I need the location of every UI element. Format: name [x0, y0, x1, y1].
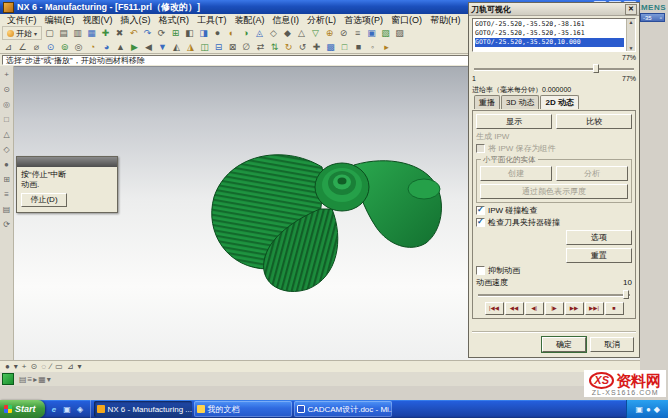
tab[interactable]: 2D 动态 — [540, 95, 578, 109]
toolbar-icon[interactable]: △ — [295, 27, 308, 39]
ok-button[interactable]: 确定 — [542, 337, 586, 352]
toolbar-icon[interactable]: ▶ — [128, 41, 141, 53]
toolbar-icon[interactable]: ▤ — [57, 27, 70, 39]
toolbar-icon[interactable]: ⊟ — [212, 41, 225, 53]
toolbar-icon[interactable]: ◆ — [281, 27, 294, 39]
animation-speed-slider[interactable] — [476, 290, 632, 299]
toolbar-icon[interactable]: ◫ — [198, 41, 211, 53]
panel-titlebar[interactable]: 刀轨可视化 ✕ — [469, 3, 639, 16]
toolbar-icon[interactable]: ⟳ — [155, 27, 168, 39]
goto-line[interactable]: GOTO/-25.520,-35.520,10.000 — [475, 38, 624, 47]
toolbar-icon[interactable]: ◀ — [142, 41, 155, 53]
toolbar-icon[interactable]: ▨ — [393, 27, 406, 39]
menu-item[interactable]: 格式(R) — [155, 14, 194, 27]
toolbar-icon[interactable]: ⊿ — [2, 41, 15, 53]
goto-line[interactable]: GOTO/-25.520,-35.520,-35.161 — [475, 29, 624, 38]
status-icon[interactable]: ▦ — [38, 375, 46, 384]
menu-item[interactable]: 插入(S) — [117, 14, 155, 27]
toolbar-icon[interactable]: ≡ — [351, 27, 364, 39]
status-icon[interactable]: ▾ — [47, 375, 51, 384]
snap-icon[interactable]: ◌ — [41, 362, 46, 371]
menu-item[interactable]: 文件(F) — [3, 14, 41, 27]
compare-button[interactable]: 比较 — [556, 114, 632, 129]
propeller-3d-model[interactable] — [204, 131, 454, 311]
dialog-titlebar[interactable] — [17, 157, 117, 167]
goto-list[interactable]: GOTO/-25.520,-35.520,-38.161GOTO/-25.520… — [473, 19, 626, 51]
snap-icon[interactable]: ▭ — [55, 362, 63, 371]
toolbar-icon[interactable]: ⇅ — [268, 41, 281, 53]
ipw-collision-checkbox[interactable] — [476, 206, 485, 215]
toolbar-icon[interactable]: ▼ — [156, 41, 169, 53]
toolbar-icon[interactable]: ⊕ — [323, 27, 336, 39]
left-toolbar-icon[interactable]: △ — [3, 131, 9, 139]
snap-icon[interactable]: ⊿ — [67, 362, 74, 371]
menu-item[interactable]: 信息(I) — [269, 14, 304, 27]
toolbar-icon[interactable]: ⊚ — [58, 41, 71, 53]
snap-icon[interactable]: ∕ — [50, 362, 51, 371]
menu-item[interactable]: 编辑(E) — [41, 14, 79, 27]
toolbar-icon[interactable]: ⊘ — [337, 27, 350, 39]
tray-icon[interactable]: ● — [646, 405, 651, 414]
playback-button[interactable]: ◀◀ — [505, 302, 524, 315]
tab[interactable]: 3D 动态 — [501, 95, 539, 109]
tray-icon[interactable]: ▣ — [635, 405, 643, 414]
toolpath-position-slider[interactable] — [472, 64, 636, 73]
analyze-button[interactable]: 分析 — [556, 166, 628, 181]
toolbar-icon[interactable]: ▧ — [379, 27, 392, 39]
list-scrollbar[interactable]: ▲ ▼ — [626, 19, 635, 51]
toolbar-icon[interactable]: ▥ — [71, 27, 84, 39]
thickness-by-color-button[interactable]: 通过颜色表示厚度 — [480, 184, 628, 199]
cancel-button[interactable]: 取消 — [590, 337, 634, 352]
toolbar-icon[interactable]: ◕ — [100, 41, 113, 53]
left-toolbar-icon[interactable]: ⊞ — [3, 176, 10, 184]
toolbar-icon[interactable]: ✚ — [310, 41, 323, 53]
toolbar-icon[interactable]: ✚ — [99, 27, 112, 39]
left-toolbar-icon[interactable]: ⊙ — [3, 86, 10, 94]
start-menu-button[interactable]: Start — [0, 400, 45, 418]
propeller-blade-right[interactable] — [354, 161, 441, 248]
green-cube-icon[interactable] — [2, 373, 14, 385]
toolbar-icon[interactable]: ⊙ — [44, 41, 57, 53]
playback-button[interactable]: |▶ — [545, 302, 564, 315]
toolbar-icon[interactable]: ↻ — [282, 41, 295, 53]
toolbar-icon[interactable]: ▽ — [309, 27, 322, 39]
quick-launch-icon[interactable]: ◈ — [75, 404, 86, 415]
options-button[interactable]: 选项 — [566, 230, 632, 245]
toolbar-icon[interactable]: ◭ — [170, 41, 183, 53]
toolbar-icon[interactable]: ⌀ — [30, 41, 43, 53]
toolbar-icon[interactable]: ■ — [352, 41, 365, 53]
taskbar-task-button[interactable]: CADCAM设计.doc - Mi... — [294, 401, 392, 417]
menu-item[interactable]: 帮助(H) — [426, 14, 465, 27]
toolbar-icon[interactable]: ⇄ — [254, 41, 267, 53]
menu-item[interactable]: 装配(A) — [231, 14, 269, 27]
snap-icon[interactable]: ● — [5, 362, 10, 371]
snap-icon[interactable]: ▾ — [14, 362, 18, 371]
save-ipw-checkbox[interactable] — [476, 144, 485, 153]
menu-item[interactable]: 视图(V) — [79, 14, 117, 27]
toolbar-icon[interactable]: ✖ — [113, 27, 126, 39]
toolbar-icon[interactable]: ∠ — [16, 41, 29, 53]
tab[interactable]: 重播 — [474, 95, 500, 109]
toolbar-icon[interactable]: ◑ — [239, 27, 252, 39]
menu-item[interactable]: 分析(L) — [303, 14, 340, 27]
left-toolbar-icon[interactable]: ▤ — [3, 206, 11, 214]
toolbar-icon[interactable]: ◔ — [86, 41, 99, 53]
toolbar-icon[interactable]: □ — [338, 41, 351, 53]
toolbar-icon[interactable]: ● — [211, 27, 224, 39]
snap-icon[interactable]: + — [22, 362, 27, 371]
toolbar-icon[interactable]: ◧ — [183, 27, 196, 39]
toolbar-icon[interactable]: ◎ — [72, 41, 85, 53]
minimized-dialog-fragment[interactable]: -35▫ — [640, 13, 665, 22]
toolbar-icon[interactable]: ◇ — [267, 27, 280, 39]
scroll-down-icon[interactable]: ▼ — [629, 45, 634, 51]
suppress-animation-checkbox[interactable] — [476, 266, 485, 275]
slider-thumb[interactable] — [623, 290, 629, 299]
toolbar-icon[interactable]: ◬ — [253, 27, 266, 39]
left-toolbar-icon[interactable]: ● — [4, 161, 9, 169]
scroll-up-icon[interactable]: ▲ — [629, 19, 634, 25]
slider-thumb[interactable] — [593, 64, 599, 73]
toolbar-icon[interactable]: ▣ — [365, 27, 378, 39]
left-toolbar-icon[interactable]: ◎ — [3, 101, 10, 109]
toolbar-icon[interactable]: ◨ — [197, 27, 210, 39]
toolbar-icon[interactable]: ↺ — [296, 41, 309, 53]
